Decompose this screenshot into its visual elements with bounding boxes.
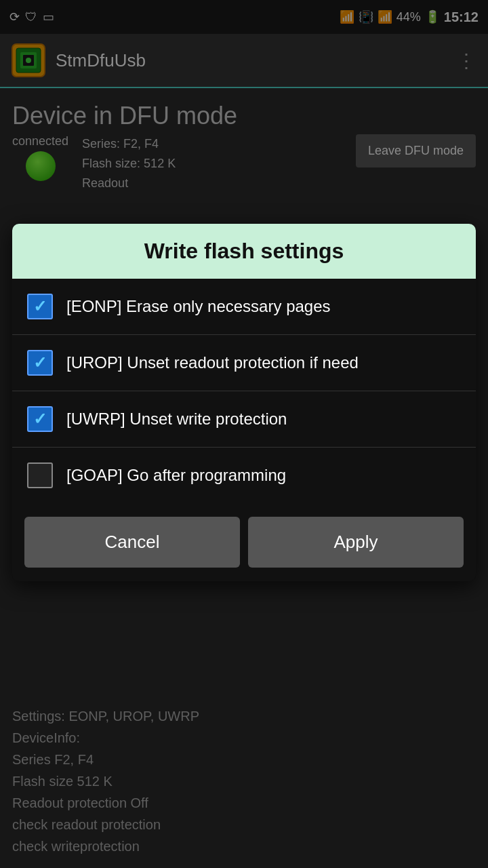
cancel-button[interactable]: Cancel xyxy=(24,517,240,568)
urop-label: [UROP] Unset readout protection if need xyxy=(66,352,359,374)
dialog-title: Write flash settings xyxy=(144,239,344,263)
option-urop-row: [UROP] Unset readout protection if need xyxy=(12,335,476,391)
write-flash-settings-dialog: Write flash settings [EONP] Erase only n… xyxy=(12,224,476,581)
uwrp-checkbox[interactable] xyxy=(27,406,53,432)
apply-button[interactable]: Apply xyxy=(248,517,464,568)
dialog-body: [EONP] Erase only necessary pages [UROP]… xyxy=(12,279,476,503)
uwrp-label: [UWRP] Unset write protection xyxy=(66,408,287,430)
eonp-label: [EONP] Erase only necessary pages xyxy=(66,296,331,317)
goap-checkbox[interactable] xyxy=(27,462,53,488)
option-goap-row: [GOAP] Go after programming xyxy=(12,448,476,503)
dialog-footer: Cancel Apply xyxy=(12,503,476,581)
urop-checkbox[interactable] xyxy=(27,350,53,376)
option-uwrp-row: [UWRP] Unset write protection xyxy=(12,391,476,448)
eonp-checkbox[interactable] xyxy=(27,294,53,319)
goap-label: [GOAP] Go after programming xyxy=(66,465,286,486)
dialog-header: Write flash settings xyxy=(12,224,476,279)
option-eonp-row: [EONP] Erase only necessary pages xyxy=(12,279,476,335)
